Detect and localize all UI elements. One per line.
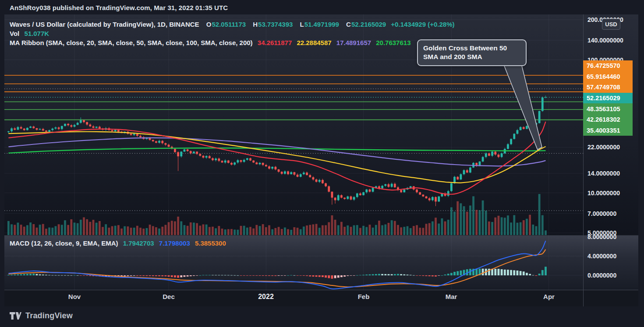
macd-histogram-bar (312, 275, 314, 277)
candle-body (526, 126, 528, 129)
macd-histogram-bar (441, 275, 443, 276)
ma-ribbon-lines (8, 122, 545, 194)
volume-bar (416, 225, 418, 235)
candle-body (494, 151, 496, 155)
candle-body (96, 127, 98, 128)
volume-bar (444, 222, 446, 235)
volume-bar (318, 228, 321, 235)
candle-body (42, 129, 44, 131)
volume-bar (202, 225, 205, 235)
macd-histogram-value: 1.7942703 (123, 239, 154, 247)
volume-bar (315, 224, 318, 235)
volume-bar (438, 224, 440, 235)
volume-bar (300, 229, 302, 235)
macd-histogram-bar (372, 274, 374, 275)
candle-body (381, 186, 383, 188)
macd-histogram-bar (309, 275, 311, 276)
volume-bar (485, 211, 487, 235)
candle-body (328, 186, 330, 192)
candle-body (318, 180, 321, 182)
sma50-value: 22.2884587 (297, 39, 331, 46)
candle-body (7, 131, 10, 132)
volume-bar (61, 225, 63, 235)
volume-bar (325, 225, 327, 235)
price-level-label: 52.2165029 (583, 93, 633, 104)
candle-body (243, 160, 245, 162)
volume-bar (469, 205, 471, 235)
volume-bar (507, 215, 509, 235)
macd-histogram-bar (419, 275, 421, 276)
candle-body (221, 161, 223, 162)
tradingview-logo-icon[interactable] (10, 312, 21, 320)
volume-bar (513, 215, 515, 235)
macd-histogram-bar (7, 275, 10, 275)
macd-histogram-bar (64, 275, 66, 276)
macd-histogram-bar (130, 275, 132, 276)
macd-histogram-bar (136, 275, 138, 276)
macd-histogram-bar (249, 275, 251, 276)
macd-histogram-bar (403, 274, 405, 275)
tradingview-brand[interactable]: TradingView (25, 311, 73, 320)
candle-body (425, 197, 428, 198)
currency-usd-button[interactable]: USD (602, 19, 620, 30)
macd-histogram-bar (510, 270, 512, 275)
macd-histogram-bar (262, 275, 264, 276)
volume-bar (372, 228, 374, 235)
volume-bar (58, 224, 60, 235)
candle-body (215, 158, 217, 160)
macd-histogram-bar (281, 275, 283, 276)
volume-bar (365, 227, 368, 235)
volume-bar (80, 220, 82, 235)
volume-bar (535, 226, 538, 235)
volume-bar (472, 196, 474, 235)
macd-histogram-bar (293, 275, 295, 276)
macd-histogram-bar (284, 275, 286, 276)
volume-bar (362, 226, 364, 235)
volume-bar (428, 223, 431, 235)
volume-bar (284, 228, 286, 235)
volume-bar (337, 225, 340, 235)
candle-body (268, 166, 270, 169)
macd-histogram-bar (340, 275, 343, 277)
macd-histogram-bar (362, 275, 364, 275)
volume-bar (114, 226, 117, 235)
volume-bar (246, 228, 248, 235)
candle-body (39, 129, 41, 130)
candle-body (325, 183, 327, 186)
volume-bar (375, 225, 377, 235)
candle-body (435, 197, 437, 201)
volume-bar (199, 226, 201, 235)
macd-histogram-bar (482, 269, 484, 275)
volume-bar (136, 226, 138, 235)
macd-histogram-bar (234, 275, 236, 276)
macd-histogram-bar (26, 274, 28, 275)
price-level-label: 42.2618302 (583, 114, 633, 125)
volume-bar (145, 228, 148, 235)
candle-body (190, 151, 192, 153)
macd-histogram-bar (428, 275, 431, 276)
candle-body (356, 193, 358, 197)
volume-bar (209, 227, 211, 235)
volume-bar (111, 226, 113, 235)
price-tick-label: 14.0000000 (587, 170, 620, 177)
volume-bar (64, 220, 66, 235)
macd-histogram-bar (460, 271, 462, 275)
volume-bar (23, 227, 25, 235)
volume-bar (184, 225, 186, 235)
candle-body (246, 158, 248, 160)
macd-histogram-bar (394, 274, 396, 275)
macd-histogram-bar (300, 275, 302, 276)
macd-histogram-bar (498, 269, 500, 275)
volume-bar (309, 225, 311, 235)
macd-histogram-bar (507, 270, 509, 275)
macd-histogram-bar (205, 275, 208, 275)
time-axis-label: Mar (446, 293, 457, 300)
candle-body (32, 127, 35, 128)
macd-histogram-bar (39, 274, 41, 275)
macd-tick-label: 8.0000000 (587, 233, 616, 240)
candle-body (331, 192, 333, 198)
volume-bar (520, 222, 522, 235)
ohlc-high-label: H (253, 21, 258, 28)
volume-bar (149, 225, 151, 235)
macd-histogram-bar (11, 275, 13, 275)
